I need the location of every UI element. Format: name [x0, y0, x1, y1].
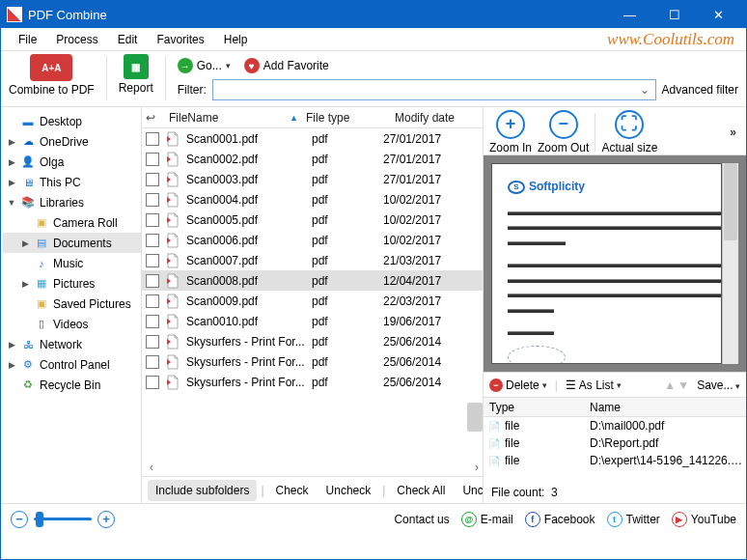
tree-item[interactable]: ▼📚Libraries	[3, 192, 141, 212]
as-list-button[interactable]: ☰As List ▾	[566, 378, 622, 392]
tree-item[interactable]: ▯Videos	[3, 314, 141, 334]
row-checkbox[interactable]	[146, 355, 159, 369]
tree-item[interactable]: ▶▤Documents	[3, 233, 141, 253]
file-row[interactable]: Skysurfers - Print For...pdf25/06/2014	[142, 372, 483, 392]
menu-edit[interactable]: Edit	[110, 31, 146, 48]
file-row[interactable]: Scan0005.pdfpdf10/02/2017	[142, 210, 483, 230]
row-checkbox[interactable]	[146, 193, 159, 207]
titlebar[interactable]: PDF Combine — ☐ ✕	[1, 1, 746, 28]
expand-icon[interactable]: ▶	[20, 279, 30, 289]
selection-list[interactable]: 📄fileD:\mail000.pdf📄fileD:\Report.pdf📄fi…	[484, 417, 746, 469]
minimize-button[interactable]: —	[608, 1, 651, 28]
slider-track[interactable]	[34, 518, 92, 520]
up-folder-button[interactable]: ↩	[146, 111, 169, 125]
expand-icon[interactable]: ▶	[7, 340, 16, 350]
tree-item[interactable]: ▶🖥This PC	[3, 172, 141, 192]
sel-column-type[interactable]: Type	[484, 401, 590, 414]
file-list[interactable]: Scan0001.pdfpdf27/01/2017Scan0002.pdfpdf…	[142, 128, 483, 459]
selection-row[interactable]: 📄fileD:\Report.pdf	[484, 434, 746, 452]
selection-row[interactable]: 📄fileD:\mail000.pdf	[484, 417, 746, 434]
go-button[interactable]: → Go... ▾	[178, 58, 231, 73]
zoom-plus-icon[interactable]: +	[97, 511, 115, 528]
facebook-link[interactable]: fFacebook	[525, 512, 595, 527]
row-checkbox[interactable]	[146, 274, 159, 288]
filter-combo[interactable]: ⌄	[212, 79, 656, 100]
uncheck-all-button[interactable]: Uncheck All	[455, 480, 483, 501]
combine-to-pdf-button[interactable]: A+A Combine to PDF	[9, 54, 95, 97]
file-row[interactable]: Scan0002.pdfpdf27/01/2017	[142, 149, 483, 169]
tree-item[interactable]: ▣Saved Pictures	[3, 294, 141, 314]
file-row[interactable]: Scan0006.pdfpdf10/02/2017	[142, 230, 483, 250]
expand-icon[interactable]: ▼	[7, 198, 16, 208]
advanced-filter-link[interactable]: Advanced filter	[662, 83, 738, 97]
tree-item[interactable]: ▶👤Olga	[3, 152, 141, 172]
zoom-out-button[interactable]: −Zoom Out	[538, 110, 589, 154]
add-favorite-button[interactable]: ♥ Add Favorite	[244, 58, 329, 73]
tree-item[interactable]: ▶⚙Control Panel	[3, 354, 141, 375]
row-checkbox[interactable]	[146, 294, 159, 308]
move-up-button[interactable]: ▲	[664, 378, 676, 392]
row-checkbox[interactable]	[146, 213, 159, 227]
preview-scrollbar[interactable]	[722, 163, 738, 364]
expand-icon[interactable]: ▶	[7, 360, 16, 370]
uncheck-button[interactable]: Uncheck	[318, 480, 379, 501]
delete-button[interactable]: −Delete ▾	[489, 378, 547, 392]
overflow-button[interactable]: »	[730, 126, 740, 139]
youtube-link[interactable]: ▶YouTube	[672, 512, 736, 527]
file-row[interactable]: Scan0010.pdfpdf19/06/2017	[142, 311, 483, 331]
row-checkbox[interactable]	[146, 335, 159, 349]
email-link[interactable]: @E-mail	[461, 512, 513, 527]
file-row[interactable]: Scan0007.pdfpdf21/03/2017	[142, 250, 483, 270]
row-checkbox[interactable]	[146, 153, 159, 166]
menu-help[interactable]: Help	[216, 31, 256, 48]
expand-icon[interactable]: ▶	[7, 137, 16, 147]
sel-column-name[interactable]: Name	[590, 401, 746, 414]
close-button[interactable]: ✕	[697, 1, 740, 28]
tree-item[interactable]: ▶☁OneDrive	[3, 131, 141, 152]
twitter-link[interactable]: tTwitter	[607, 512, 660, 527]
save-button[interactable]: Save... ▾	[697, 378, 740, 392]
contact-us-link[interactable]: Contact us	[394, 513, 449, 526]
tree-zoom-slider[interactable]: − +	[11, 511, 115, 528]
zoom-minus-icon[interactable]: −	[11, 511, 28, 528]
menu-file[interactable]: File	[11, 31, 44, 48]
zoom-in-button[interactable]: +Zoom In	[489, 110, 532, 154]
scrollbar-horizontal[interactable]: ‹›	[142, 459, 483, 476]
file-row[interactable]: Scan0008.pdfpdf12/04/2017	[142, 270, 483, 291]
menu-process[interactable]: Process	[48, 31, 105, 48]
tree-item[interactable]: ▬Desktop	[3, 111, 141, 131]
tree-item[interactable]: ▶🖧Network	[3, 334, 141, 354]
tree-item[interactable]: ♻Recycle Bin	[3, 375, 141, 395]
expand-icon[interactable]: ▶	[7, 157, 16, 167]
actual-size-button[interactable]: ⛶Actual size	[601, 110, 657, 154]
file-row[interactable]: Skysurfers - Print For...pdf25/06/2014	[142, 351, 483, 372]
menu-favorites[interactable]: Favorites	[149, 31, 211, 48]
tree-item[interactable]: ♪Music	[3, 253, 141, 273]
file-row[interactable]: Scan0004.pdfpdf10/02/2017	[142, 189, 483, 210]
file-row[interactable]: Scan0009.pdfpdf22/03/2017	[142, 291, 483, 311]
check-all-button[interactable]: Check All	[389, 480, 453, 501]
file-row[interactable]: Scan0001.pdfpdf27/01/2017	[142, 128, 483, 149]
tree-item[interactable]: ▶▦Pictures	[3, 273, 141, 294]
slider-knob[interactable]	[36, 512, 43, 527]
row-checkbox[interactable]	[146, 132, 159, 146]
tree-item[interactable]: ▣Camera Roll	[3, 212, 141, 233]
column-filetype[interactable]: File type	[306, 111, 377, 125]
move-down-button[interactable]: ▼	[678, 378, 689, 392]
expand-icon[interactable]: ▶	[20, 238, 30, 248]
row-checkbox[interactable]	[146, 254, 159, 267]
row-checkbox[interactable]	[146, 234, 159, 247]
selection-row[interactable]: 📄fileD:\expert\14-5196_141226.pdf	[484, 452, 746, 469]
check-button[interactable]: Check	[268, 480, 317, 501]
folder-tree[interactable]: ▬Desktop▶☁OneDrive▶👤Olga▶🖥This PC▼📚Libra…	[1, 107, 142, 503]
report-button[interactable]: ▦ Report	[119, 54, 153, 95]
scrollbar-vertical[interactable]	[467, 403, 483, 432]
include-subfolders-button[interactable]: Include subfolders	[148, 480, 257, 501]
file-row[interactable]: Scan0003.pdfpdf27/01/2017	[142, 169, 483, 189]
expand-icon[interactable]: ▶	[7, 178, 16, 187]
file-row[interactable]: Skysurfers - Print For...pdf25/06/2014	[142, 331, 483, 351]
row-checkbox[interactable]	[146, 173, 159, 186]
column-modifydate[interactable]: Modify date	[377, 111, 483, 125]
column-filename[interactable]: FileName▲	[169, 111, 306, 125]
row-checkbox[interactable]	[146, 315, 159, 328]
